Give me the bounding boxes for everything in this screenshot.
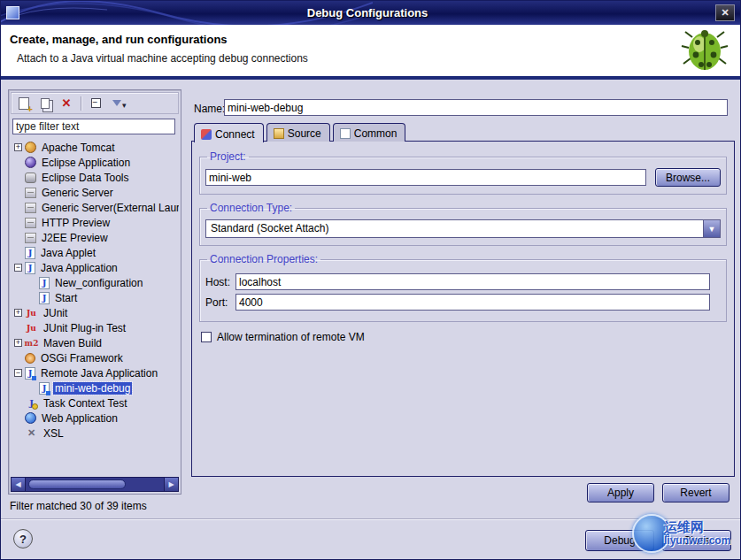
- allow-termination-checkbox[interactable]: [201, 332, 212, 342]
- tree-item-label: JUnit: [42, 307, 69, 319]
- web-app-icon: [25, 412, 36, 424]
- delete-button[interactable]: [57, 95, 76, 112]
- tree-item[interactable]: New_configuration: [11, 275, 179, 290]
- tree-item[interactable]: JUnit Plug-in Test: [11, 320, 179, 335]
- scrollbar-track[interactable]: [26, 478, 164, 491]
- header-title: Create, manage, and run configurations: [10, 33, 731, 46]
- apply-revert-row: Apply Revert: [587, 483, 729, 502]
- help-button[interactable]: ?: [13, 529, 33, 548]
- chevron-down-icon[interactable]: ▼: [703, 220, 720, 237]
- expand-icon[interactable]: +: [14, 309, 22, 317]
- collapse-icon[interactable]: −: [14, 369, 22, 377]
- tree-item-label: Remote Java Application: [39, 367, 159, 380]
- expand-icon[interactable]: +: [14, 143, 22, 151]
- tab-source[interactable]: Source: [266, 123, 330, 142]
- server-icon: [25, 188, 36, 198]
- remote-java-icon: [39, 382, 50, 395]
- connection-properties-group: Connection Properties: Host: Port:: [199, 253, 727, 322]
- tree-toolbar: [11, 92, 179, 114]
- collapse-all-button[interactable]: [86, 95, 105, 112]
- filter-menu-button[interactable]: [107, 95, 127, 112]
- java-config-icon: [39, 277, 50, 289]
- duplicate-icon: [41, 98, 50, 109]
- configurations-tree-panel: +Apache TomcatEclipse ApplicationEclipse…: [8, 89, 181, 495]
- tree-item[interactable]: −Remote Java Application: [11, 365, 179, 380]
- tree-item[interactable]: XSL: [11, 426, 179, 441]
- scroll-right-icon[interactable]: ▶: [164, 478, 178, 491]
- remote-java-icon: [25, 367, 35, 380]
- duplicate-button[interactable]: [35, 95, 55, 112]
- tomcat-icon: [25, 142, 36, 153]
- junit-icon: [25, 321, 38, 334]
- window-icon: [6, 6, 19, 19]
- common-tab-icon: [340, 128, 351, 139]
- tree-item[interactable]: J2EE Preview: [11, 230, 179, 245]
- tree-item-label: OSGi Framework: [39, 352, 125, 364]
- header-banner: Create, manage, and run configurations A…: [1, 25, 740, 80]
- java-app-icon: [25, 262, 35, 274]
- server-icon: [25, 233, 36, 243]
- connection-type-select[interactable]: Standard (Socket Attach) ▼: [205, 219, 721, 238]
- revert-button[interactable]: Revert: [662, 483, 729, 502]
- project-legend: Project:: [207, 150, 249, 163]
- configurations-tree: +Apache TomcatEclipse ApplicationEclipse…: [11, 140, 179, 474]
- host-input[interactable]: [235, 273, 710, 290]
- toolbar-separator: [81, 96, 81, 111]
- java-config-icon: [39, 292, 50, 304]
- scrollbar-thumb[interactable]: [28, 479, 126, 489]
- tree-item-label: XSL: [42, 427, 66, 440]
- tree-item[interactable]: Generic Server(External Laun: [11, 200, 179, 215]
- tree-item-label: Generic Server(External Laun: [40, 202, 179, 214]
- tree-item-label: mini-web-debug: [53, 382, 132, 395]
- tree-item[interactable]: Java Applet: [11, 245, 179, 260]
- config-tabs: ConnectSourceCommon: [194, 123, 408, 142]
- connect-tab-panel: Project: Browse... Connection Type: Stan…: [191, 141, 735, 477]
- name-input[interactable]: [224, 99, 728, 116]
- tree-item[interactable]: −Java Application: [11, 260, 179, 275]
- tree-item-label: HTTP Preview: [40, 217, 112, 229]
- port-input[interactable]: [235, 294, 710, 311]
- tree-item[interactable]: mini-web-debug: [11, 380, 179, 395]
- scroll-left-icon[interactable]: ◀: [12, 478, 26, 491]
- applet-icon: [25, 247, 35, 259]
- allow-termination-label: Allow termination of remote VM: [217, 331, 365, 343]
- tree-item[interactable]: Eclipse Application: [11, 155, 179, 170]
- window-close-button[interactable]: ✕: [715, 4, 735, 21]
- tree-item[interactable]: OSGi Framework: [11, 350, 179, 365]
- debug-button[interactable]: Debug: [585, 530, 654, 551]
- new-config-icon: [19, 97, 29, 110]
- maven-icon: [25, 336, 38, 349]
- horizontal-scrollbar[interactable]: ◀ ▶: [11, 477, 179, 492]
- tab-connect[interactable]: Connect: [194, 123, 264, 142]
- new-configuration-button[interactable]: [14, 95, 34, 112]
- filter-input[interactable]: [12, 119, 175, 134]
- bug-icon: [680, 28, 729, 74]
- tab-common[interactable]: Common: [333, 123, 406, 142]
- tree-item[interactable]: +Maven Build: [11, 335, 179, 350]
- tree-item-label: Maven Build: [42, 337, 104, 349]
- tree-item[interactable]: Web Application: [11, 410, 179, 426]
- project-input[interactable]: [205, 169, 646, 186]
- collapse-icon[interactable]: −: [14, 264, 22, 272]
- tree-item[interactable]: Task Context Test: [11, 395, 179, 410]
- tree-item[interactable]: HTTP Preview: [11, 215, 179, 230]
- expand-icon[interactable]: +: [14, 339, 22, 347]
- tree-item-label: Apache Tomcat: [40, 142, 117, 154]
- tree-item-label: New_configuration: [53, 277, 144, 289]
- close-button[interactable]: Close: [662, 530, 731, 551]
- browse-button[interactable]: Browse...: [655, 168, 721, 187]
- name-label: Name:: [194, 103, 225, 115]
- server-icon: [25, 218, 36, 228]
- server-icon: [25, 203, 36, 213]
- tree-item[interactable]: +JUnit: [11, 305, 179, 320]
- task-icon: [25, 396, 38, 410]
- filter-icon: [112, 100, 121, 106]
- tree-item[interactable]: Start: [11, 290, 179, 305]
- tree-item[interactable]: Generic Server: [11, 185, 179, 200]
- connection-type-legend: Connection Type:: [207, 202, 295, 214]
- tree-item[interactable]: Eclipse Data Tools: [11, 170, 179, 185]
- tab-label: Connect: [215, 128, 255, 141]
- apply-button[interactable]: Apply: [587, 483, 654, 502]
- connect-tab-icon: [201, 129, 212, 140]
- tree-item[interactable]: +Apache Tomcat: [11, 140, 179, 155]
